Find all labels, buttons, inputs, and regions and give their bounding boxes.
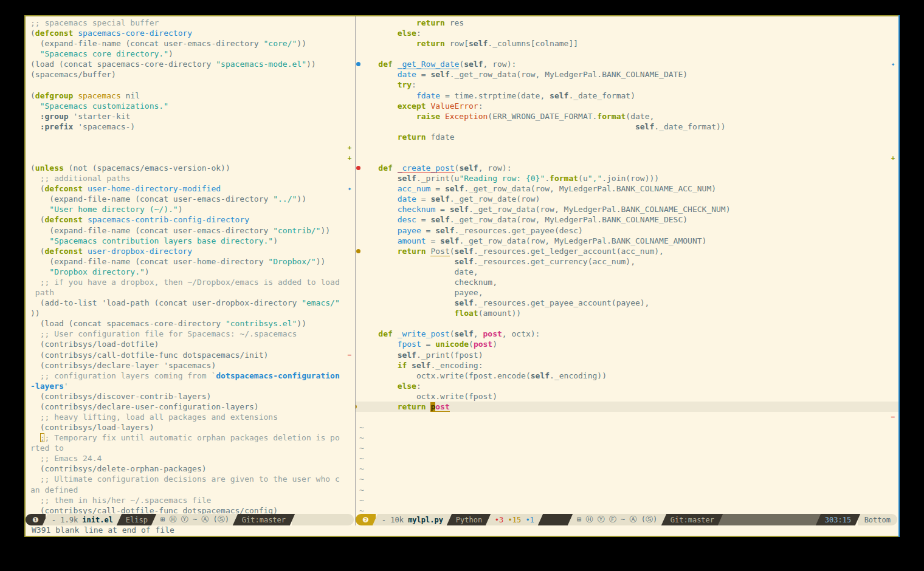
code-line[interactable]: return row[self._columns[colname]] bbox=[359, 38, 898, 49]
code-line[interactable]: (expand-file-name (concat user-emacs-dir… bbox=[30, 225, 355, 236]
code-line[interactable]: ~ bbox=[359, 422, 898, 433]
code-line[interactable]: raise Exception(ERR_WRONG_DATE_FORMAT.fo… bbox=[359, 111, 898, 121]
code-line[interactable]: octx.write(fpost.encode(self._encoding)) bbox=[359, 371, 898, 381]
code-line[interactable]: date = self._get_row_date(row) bbox=[359, 194, 898, 204]
code-line[interactable]: (contribsys/declare-layer 'spacemacs) bbox=[30, 360, 355, 371]
code-line[interactable]: (defconst spacemacs-core-directory bbox=[30, 28, 355, 38]
code-line[interactable] bbox=[359, 152, 898, 163]
code-line[interactable]: (contribsys/discover-contrib-layers) bbox=[30, 391, 355, 402]
code-line[interactable]: ~ bbox=[359, 485, 898, 495]
code-line[interactable]: except ValueError: bbox=[359, 101, 898, 111]
code-line[interactable]: ;; Ultimate configuration decisions are … bbox=[30, 474, 355, 484]
code-line[interactable]: (contribsys/call-dotfile-func dotspacema… bbox=[30, 505, 355, 514]
code-line[interactable]: (expand-file-name (concat user-emacs-dir… bbox=[30, 194, 355, 204]
code-line[interactable]: date, bbox=[359, 267, 898, 277]
code-line[interactable]: fdate = time.strptime(date, self._date_f… bbox=[359, 91, 898, 101]
code-line[interactable]: (defgroup spacemacs nil bbox=[30, 91, 355, 101]
code-line[interactable]: octx.write(fpost) bbox=[359, 391, 898, 402]
code-line[interactable]: desc = self._get_row_data(row, MyLedgerP… bbox=[359, 214, 898, 225]
code-line[interactable] bbox=[30, 142, 355, 152]
code-line[interactable]: "Dropbox directory.") bbox=[30, 267, 355, 277]
code-line[interactable]: self._print(u"Reading row: {0}".format(u… bbox=[359, 173, 898, 183]
code-line[interactable]: float(amount)) bbox=[359, 308, 898, 318]
code-line[interactable]: amount = self._get_row_data(row, MyLedge… bbox=[359, 236, 898, 246]
code-line[interactable]: return fdate bbox=[359, 132, 898, 142]
modeline-cursor-position[interactable]: 303:15 bbox=[816, 514, 861, 525]
modeline-buffer-flags[interactable]: ⊞ Ⓗ Ⓨ ~ Ⓐ (Ⓢ) bbox=[151, 514, 238, 525]
code-line[interactable] bbox=[359, 412, 898, 422]
modeline-end-cap[interactable] bbox=[292, 514, 354, 525]
code-line[interactable]: date = self._get_row_data(row, MyLedgerP… bbox=[359, 69, 898, 80]
code-line[interactable]: payee = self._resources.get_payee(desc) bbox=[359, 225, 898, 236]
code-line[interactable]: (contribsys/call-dotfile-func dotspacema… bbox=[30, 350, 355, 360]
code-line[interactable]: acc_num = self._get_row_data(row, MyLedg… bbox=[359, 183, 898, 194]
code-line[interactable]: (defconst spacemacs-contrib-config-direc… bbox=[30, 214, 355, 225]
code-line[interactable]: ;; Emacs 24.4 bbox=[30, 453, 355, 463]
code-line[interactable]: checknum = self._get_row_data(row, MyLed… bbox=[359, 204, 898, 214]
code-line[interactable]: try: bbox=[359, 80, 898, 90]
code-line[interactable]: ;; configuration layers coming from `dot… bbox=[30, 371, 355, 381]
code-line[interactable]: else: bbox=[359, 381, 898, 391]
code-line[interactable]: -layers' bbox=[30, 381, 355, 391]
code-line[interactable]: "Spacemacs core directory.") bbox=[30, 49, 355, 59]
scrollbar[interactable] bbox=[898, 15, 900, 537]
code-line[interactable]: return Post(self._resources.get_ledger_a… bbox=[359, 246, 898, 256]
code-line[interactable]: "Spacemacs customizations." bbox=[30, 101, 355, 111]
modeline-git-branch[interactable]: Git:master bbox=[661, 514, 723, 525]
code-line[interactable]: self._date_format)) bbox=[359, 121, 898, 132]
python-buffer[interactable]: return res else: return row[self._column… bbox=[356, 16, 898, 514]
code-line[interactable]: ~ bbox=[359, 505, 898, 514]
modeline-major-mode[interactable]: Python bbox=[447, 514, 492, 525]
modeline-flycheck-counts[interactable]: •3 •15 •1 bbox=[486, 514, 544, 525]
code-line[interactable]: ;; heavy lifting, load all packages and … bbox=[30, 412, 355, 422]
modeline-buffer-info[interactable]: - 1.9k init.el bbox=[43, 514, 123, 525]
code-line[interactable]: ;; them in his/her ~/.spacemacs file bbox=[30, 495, 355, 505]
minibuffer-echo-area[interactable]: W391 blank line at end of file bbox=[26, 525, 898, 536]
code-line[interactable]: ~ bbox=[359, 474, 898, 484]
code-line[interactable] bbox=[359, 142, 898, 152]
code-line[interactable]: ~ bbox=[359, 495, 898, 505]
code-line[interactable]: ;; additional paths bbox=[30, 173, 355, 183]
code-line[interactable]: :group 'starter-kit bbox=[30, 111, 355, 121]
code-line[interactable]: (contribsys/load-dotfile) bbox=[30, 339, 355, 349]
code-line[interactable] bbox=[30, 132, 355, 142]
code-line[interactable]: self._resources.get_payee_account(payee)… bbox=[359, 298, 898, 308]
modeline-major-mode[interactable]: Elisp bbox=[117, 514, 157, 525]
code-line[interactable]: (load (concat spacemacs-core-directory "… bbox=[30, 318, 355, 329]
code-line[interactable]: payee, bbox=[359, 287, 898, 298]
code-line[interactable]: (load (concat spacemacs-core-directory "… bbox=[30, 59, 355, 69]
code-line[interactable]: (defconst user-dropbox-directory bbox=[30, 246, 355, 256]
code-line[interactable]: (spacemacs/buffer) bbox=[30, 69, 355, 80]
code-line[interactable]: def _create_post(self, row): bbox=[359, 163, 898, 173]
code-line[interactable]: def _get_Row_date(self, row): bbox=[359, 59, 898, 69]
code-line[interactable]: def _write_post(self, post, octx): bbox=[359, 329, 898, 339]
code-line[interactable]: (defconst user-home-directory-modified bbox=[30, 183, 355, 194]
code-line[interactable]: checknum, bbox=[359, 277, 898, 287]
code-line[interactable] bbox=[30, 152, 355, 163]
code-line[interactable]: return res bbox=[359, 18, 898, 28]
modeline-git-branch[interactable]: Git:master bbox=[233, 514, 295, 525]
code-line[interactable]: ;; if you have a dropbox, then ~/Dropbox… bbox=[30, 277, 355, 287]
modeline-spacer[interactable] bbox=[718, 514, 822, 525]
code-line[interactable]: path bbox=[30, 287, 355, 298]
code-line[interactable]: (add-to-list 'load-path (concat user-dro… bbox=[30, 298, 355, 308]
code-line[interactable] bbox=[30, 80, 355, 90]
code-line[interactable]: ~ bbox=[359, 443, 898, 453]
code-line[interactable]: )) bbox=[30, 308, 355, 318]
code-line[interactable]: (unless (not (spacemacs/emacs-version-ok… bbox=[30, 163, 355, 173]
code-line[interactable]: ~ bbox=[359, 463, 898, 474]
code-line[interactable]: (contribsys/delete-orphan-packages) bbox=[30, 463, 355, 474]
code-line[interactable]: rted to bbox=[30, 443, 355, 453]
modeline-scroll-position[interactable]: Bottom bbox=[858, 514, 897, 525]
code-line[interactable]: (contribsys/load-layers) bbox=[30, 422, 355, 433]
code-line[interactable]: :prefix 'spacemacs-) bbox=[30, 121, 355, 132]
modeline-buffer-info[interactable]: - 10k mylpl.py bbox=[373, 514, 453, 525]
code-line[interactable]: ~ bbox=[359, 433, 898, 443]
code-line[interactable]: ;; User configuration file for Spacemacs… bbox=[30, 329, 355, 339]
code-line[interactable] bbox=[359, 49, 898, 59]
code-line[interactable]: ~ bbox=[359, 453, 898, 463]
code-line[interactable]: an defined bbox=[30, 485, 355, 495]
code-line[interactable]: return post bbox=[356, 402, 898, 412]
code-line[interactable]: self._print(fpost) bbox=[359, 350, 898, 360]
code-line[interactable]: else: bbox=[359, 28, 898, 38]
